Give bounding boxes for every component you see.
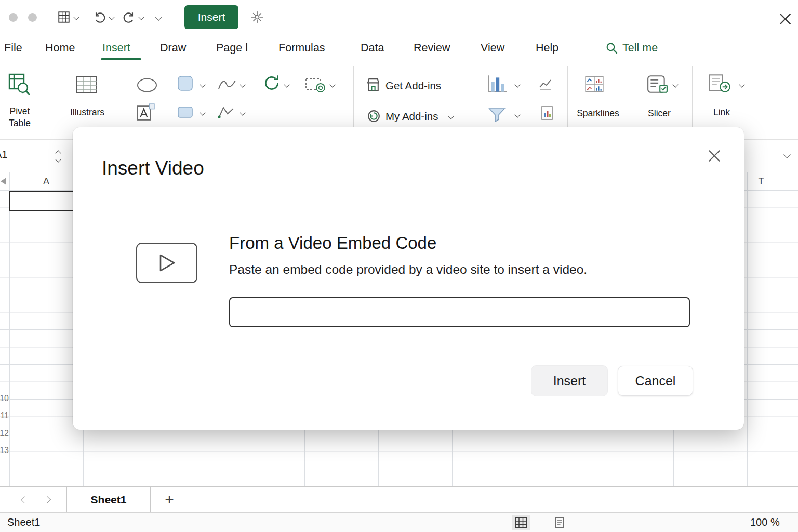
redo-icon[interactable] bbox=[123, 10, 136, 24]
group-divider bbox=[567, 66, 568, 131]
illustrations-icon[interactable] bbox=[76, 75, 98, 94]
chevron-down-icon[interactable] bbox=[138, 14, 144, 20]
screenshot-icon[interactable] bbox=[304, 76, 326, 93]
tab-draw[interactable]: Draw bbox=[160, 34, 186, 61]
text-box-icon[interactable] bbox=[136, 103, 155, 122]
insert-tooltip: Insert bbox=[184, 5, 238, 29]
window-control-icon[interactable] bbox=[9, 13, 18, 22]
get-addins-label[interactable]: Get Add-ins bbox=[385, 79, 441, 92]
formula-bar-divider bbox=[70, 142, 70, 170]
shapes-icon[interactable] bbox=[177, 75, 193, 91]
chevron-down-icon[interactable] bbox=[240, 110, 245, 115]
video-play-icon bbox=[136, 243, 197, 283]
add-sheet-button[interactable]: + bbox=[159, 488, 180, 511]
name-box[interactable]: A1 bbox=[0, 149, 11, 161]
oval-shape-icon[interactable] bbox=[136, 77, 158, 93]
chevron-down-icon[interactable] bbox=[73, 14, 79, 20]
chevron-down-icon[interactable] bbox=[329, 82, 335, 87]
tab-home[interactable]: Home bbox=[45, 34, 75, 61]
status-sheet-name: Sheet1 bbox=[7, 513, 40, 532]
smartart-icon[interactable] bbox=[262, 73, 282, 93]
asterisk-icon[interactable] bbox=[250, 10, 264, 24]
page-layout-view-button[interactable] bbox=[550, 515, 569, 530]
column-header-a[interactable]: A bbox=[9, 172, 83, 190]
status-bar: Sheet1 100 % bbox=[0, 512, 798, 532]
row-header[interactable]: 13 bbox=[0, 442, 9, 459]
group-divider bbox=[353, 66, 354, 131]
dialog-heading: From a Video Embed Code bbox=[229, 233, 436, 253]
sheet-nav-left-icon[interactable] bbox=[21, 496, 28, 503]
tab-file[interactable]: File bbox=[4, 34, 22, 61]
tell-me-button[interactable]: Tell me bbox=[622, 34, 658, 61]
insert-chart-icon[interactable] bbox=[486, 74, 508, 94]
title-bar: Insert bbox=[0, 0, 798, 34]
name-box-down-stepper[interactable] bbox=[55, 156, 61, 162]
search-icon[interactable] bbox=[606, 42, 618, 54]
funnel-chart-icon[interactable] bbox=[487, 107, 507, 123]
zoom-level-label[interactable]: 100 % bbox=[750, 513, 780, 532]
group-divider bbox=[692, 66, 693, 131]
chevron-down-icon[interactable] bbox=[200, 110, 205, 115]
normal-view-button[interactable] bbox=[512, 515, 530, 530]
name-box-up-stepper[interactable] bbox=[55, 150, 61, 156]
tab-page-layout[interactable]: Page l bbox=[216, 34, 248, 61]
get-addins-icon[interactable] bbox=[365, 77, 381, 93]
chevron-down-icon[interactable] bbox=[672, 82, 678, 87]
my-addins-icon[interactable] bbox=[366, 109, 381, 124]
chevron-down-icon[interactable] bbox=[109, 14, 114, 20]
row-header[interactable]: 10 bbox=[0, 390, 9, 407]
slicer-icon[interactable] bbox=[646, 74, 668, 94]
sparklines-icon[interactable] bbox=[584, 74, 605, 94]
chevron-down-icon[interactable] bbox=[200, 82, 205, 87]
chevron-down-icon[interactable] bbox=[284, 82, 289, 87]
chevron-down-icon[interactable] bbox=[448, 113, 454, 119]
group-divider bbox=[636, 66, 636, 131]
recommended-charts-icon[interactable] bbox=[538, 77, 552, 91]
chevron-down-icon[interactable] bbox=[514, 112, 520, 117]
ribbon-tab-bar: File Home Insert Draw Page l Formulas Da… bbox=[0, 34, 798, 62]
insert-video-dialog: Insert Video From a Video Embed Code Pas… bbox=[73, 127, 744, 430]
my-addins-label[interactable]: My Add-ins bbox=[385, 110, 438, 123]
link-label[interactable]: Link bbox=[704, 107, 739, 118]
excel-window: Insert File Home Insert Draw Page l Form… bbox=[0, 0, 798, 532]
table-grid-icon[interactable] bbox=[57, 10, 71, 24]
formula-bar-expand-chevron[interactable] bbox=[783, 151, 791, 158]
sheet-tab-bar: Sheet1 + bbox=[0, 486, 798, 513]
pivot-table-icon[interactable] bbox=[7, 72, 30, 95]
freeform-shape-icon[interactable] bbox=[217, 104, 236, 120]
slicer-label[interactable]: Slicer bbox=[637, 108, 682, 119]
tab-insert[interactable]: Insert bbox=[102, 34, 130, 61]
tab-help[interactable]: Help bbox=[536, 34, 558, 61]
embed-code-input[interactable] bbox=[229, 297, 690, 327]
sheet-tab-sheet1[interactable]: Sheet1 bbox=[66, 487, 151, 513]
dialog-cancel-button[interactable]: Cancel bbox=[618, 366, 693, 396]
group-divider bbox=[464, 66, 464, 131]
row-header[interactable]: 11 bbox=[0, 407, 9, 424]
chevron-down-icon[interactable] bbox=[240, 82, 245, 87]
row-header[interactable]: 12 bbox=[0, 424, 9, 442]
chevron-down-icon[interactable] bbox=[514, 82, 520, 87]
pivot-table-label[interactable]: Pivet Table bbox=[0, 105, 39, 129]
shape-fill-icon[interactable] bbox=[177, 105, 193, 119]
sheet-nav-right-icon[interactable] bbox=[44, 496, 51, 503]
pivot-chart-icon[interactable] bbox=[540, 105, 554, 121]
chevron-down-icon[interactable] bbox=[739, 82, 744, 87]
tab-view[interactable]: View bbox=[481, 34, 504, 61]
undo-icon[interactable] bbox=[92, 10, 106, 24]
window-control-icon[interactable] bbox=[28, 13, 37, 22]
active-tab-underline bbox=[101, 58, 141, 60]
ink-shapes-icon[interactable] bbox=[217, 77, 237, 92]
tab-data[interactable]: Data bbox=[361, 34, 384, 61]
dialog-close-button[interactable] bbox=[706, 147, 723, 165]
dialog-description: Paste an embed code provided by a video … bbox=[229, 262, 587, 277]
tab-review[interactable]: Review bbox=[414, 34, 450, 61]
link-icon[interactable] bbox=[708, 73, 732, 93]
tab-formulas[interactable]: Formulas bbox=[278, 34, 325, 61]
chevron-down-icon[interactable] bbox=[155, 14, 162, 21]
dialog-insert-button[interactable]: Insert bbox=[531, 365, 608, 396]
window-close-button[interactable] bbox=[776, 10, 794, 28]
sparklines-label[interactable]: Sparklines bbox=[569, 108, 627, 119]
select-all-corner[interactable] bbox=[1, 178, 6, 185]
column-header-t[interactable]: T bbox=[745, 172, 777, 190]
illustrations-label[interactable]: Illustrars bbox=[61, 107, 113, 118]
